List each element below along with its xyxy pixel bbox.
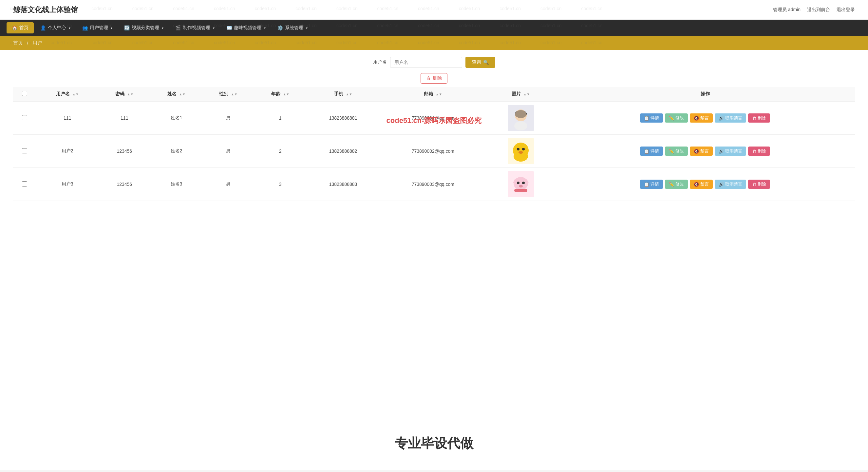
svg-point-10 (519, 151, 523, 154)
main-nav: 🏠 首页 👤 个人中心 ▾ 👥 用户管理 ▾ 🔄 视频分类管理 ▾ 🎬 制作视频… (0, 20, 868, 36)
sort-phone[interactable]: ▲▼ (346, 93, 352, 96)
chevron-down-icon: ▾ (69, 26, 70, 30)
sort-username[interactable]: ▲▼ (72, 93, 79, 96)
system-icon: ⚙️ (277, 25, 283, 30)
delete-button-1[interactable]: 🗑 删除 (748, 147, 770, 156)
sort-photo[interactable]: ▲▼ (523, 93, 530, 96)
col-password: 密码 ▲▼ (98, 87, 150, 101)
unban-icon-0: 🔊 (719, 116, 724, 121)
chevron-down-icon-3: ▾ (162, 26, 163, 30)
svg-point-16 (522, 182, 525, 184)
nav-label-profile: 个人中心 (48, 25, 66, 31)
sort-age[interactable]: ▲▼ (283, 93, 289, 96)
exit-front-link[interactable]: 退出到前台 (807, 7, 830, 13)
batch-delete-button[interactable]: 🗑 删除 (421, 73, 447, 84)
col-checkbox (13, 87, 36, 101)
action-btns-2: 📋 详情 ✏️ 修改 🔇 禁言 🔊 取消禁言 (558, 180, 852, 189)
table-header: 用户名 ▲▼ 密码 ▲▼ 姓名 ▲▼ 性别 ▲▼ (13, 87, 855, 101)
row-username-0: 111 (36, 101, 99, 135)
ban-button-0[interactable]: 🔇 禁言 (690, 113, 713, 123)
breadcrumb-sep: / (27, 40, 28, 46)
nav-label-fun-video: 趣味视频管理 (234, 25, 261, 31)
breadcrumb-home[interactable]: 首页 (13, 40, 23, 46)
delete-button-2[interactable]: 🗑 删除 (748, 180, 770, 189)
nav-item-fun-video[interactable]: ✉️ 趣味视频管理 ▾ (221, 22, 271, 33)
profile-icon: 👤 (40, 25, 46, 30)
ban-icon-1: 🔇 (694, 149, 699, 154)
col-photo: 照片 ▲▼ (486, 87, 556, 101)
row-avatar-cell-2 (486, 168, 556, 201)
avatar-0 (508, 105, 534, 131)
chevron-down-icon-6: ▾ (306, 26, 308, 30)
row-phone-0: 13823888881 (306, 101, 380, 135)
header: 鲸落文化线上体验馆 管理员 admin 退出到前台 退出登录 (0, 0, 868, 20)
nav-item-video-cat[interactable]: 🔄 视频分类管理 ▾ (119, 22, 169, 33)
unban-button-1[interactable]: 🔊 取消禁言 (715, 147, 746, 156)
sort-email[interactable]: ▲▼ (436, 93, 442, 96)
search-input[interactable] (390, 57, 462, 68)
detail-button-2[interactable]: 📋 详情 (640, 180, 663, 189)
sort-password[interactable]: ▲▼ (127, 93, 134, 96)
svg-point-12 (514, 177, 528, 190)
row-name-1: 姓名2 (150, 135, 203, 168)
logout-link[interactable]: 退出登录 (837, 7, 855, 13)
unban-button-0[interactable]: 🔊 取消禁言 (715, 113, 746, 123)
row-email-0: 773890001@qq.com (380, 101, 486, 135)
col-name: 姓名 ▲▼ (150, 87, 203, 101)
nav-label-home: 首页 (19, 25, 29, 31)
detail-icon-2: 📋 (644, 182, 649, 187)
nav-label-users: 用户管理 (90, 25, 108, 31)
detail-button-0[interactable]: 📋 详情 (640, 113, 663, 123)
row-phone-1: 13823888882 (306, 135, 380, 168)
svg-point-15 (517, 182, 520, 184)
chevron-down-icon-2: ▾ (111, 26, 112, 30)
row-email-2: 773890003@qq.com (380, 168, 486, 201)
delete-icon-2: 🗑 (752, 182, 756, 187)
row-email-1: 773890002@qq.com (380, 135, 486, 168)
row-checkbox-2[interactable] (22, 181, 27, 186)
table-row: 用户2 123456 姓名2 男 2 13823888882 773890002… (13, 135, 855, 168)
col-actions: 操作 (556, 87, 855, 101)
nav-item-make-video[interactable]: 🎬 制作视频管理 ▾ (170, 22, 220, 33)
ban-button-1[interactable]: 🔇 禁言 (690, 147, 713, 156)
svg-point-9 (522, 148, 525, 150)
nav-item-system[interactable]: ⚙️ 系统管理 ▾ (272, 22, 313, 33)
users-icon: 👥 (82, 25, 88, 30)
row-checkbox-1[interactable] (22, 148, 27, 153)
unban-button-2[interactable]: 🔊 取消禁言 (715, 180, 746, 189)
nav-label-system: 系统管理 (285, 25, 303, 31)
select-all-checkbox[interactable] (22, 91, 27, 96)
search-bar: 用户名 查询 🔍 (13, 57, 855, 68)
action-btns-0: 📋 详情 ✏️ 修改 🔇 禁言 🔊 取消禁言 (558, 113, 852, 123)
table-row: 用户3 123456 姓名3 男 3 13823888883 773890003… (13, 168, 855, 201)
edit-button-2[interactable]: ✏️ 修改 (665, 180, 688, 189)
row-password-1: 123456 (98, 135, 150, 168)
svg-rect-18 (514, 189, 527, 192)
nav-item-profile[interactable]: 👤 个人中心 ▾ (35, 22, 76, 33)
sort-name[interactable]: ▲▼ (179, 93, 185, 96)
trash-icon: 🗑 (426, 76, 431, 81)
sort-gender[interactable]: ▲▼ (231, 93, 238, 96)
row-age-0: 1 (254, 101, 306, 135)
edit-icon-1: ✏️ (669, 149, 674, 154)
edit-button-0[interactable]: ✏️ 修改 (665, 113, 688, 123)
row-avatar-cell-0 (486, 101, 556, 135)
row-name-0: 姓名1 (150, 101, 203, 135)
breadcrumb: 首页 / 用户 (0, 36, 868, 50)
search-button[interactable]: 查询 🔍 (465, 57, 495, 68)
search-label: 用户名 (373, 59, 387, 65)
svg-point-17 (519, 185, 523, 187)
nav-item-users[interactable]: 👥 用户管理 ▾ (77, 22, 118, 33)
ban-button-2[interactable]: 🔇 禁言 (690, 180, 713, 189)
edit-button-1[interactable]: ✏️ 修改 (665, 147, 688, 156)
nav-item-home[interactable]: 🏠 首页 (6, 22, 34, 33)
detail-button-1[interactable]: 📋 详情 (640, 147, 663, 156)
row-checkbox-0[interactable] (22, 115, 27, 120)
row-age-2: 3 (254, 168, 306, 201)
edit-icon-0: ✏️ (669, 116, 674, 121)
unban-icon-1: 🔊 (719, 149, 724, 154)
delete-icon-1: 🗑 (752, 149, 756, 154)
action-btns-1: 📋 详情 ✏️ 修改 🔇 禁言 🔊 取消禁言 (558, 147, 852, 156)
delete-button-0[interactable]: 🗑 删除 (748, 113, 770, 123)
user-table-wrapper: 用户名 ▲▼ 密码 ▲▼ 姓名 ▲▼ 性别 ▲▼ (13, 87, 855, 201)
